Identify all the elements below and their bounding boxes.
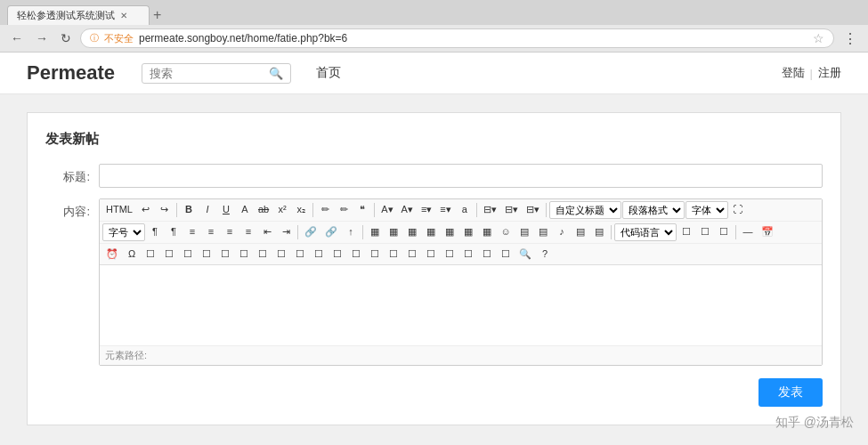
tb-list-ul[interactable]: ≡▾ xyxy=(436,201,454,218)
tb-para[interactable]: ⊟▾ xyxy=(523,201,543,218)
tb-html[interactable]: HTML xyxy=(102,201,136,218)
tb-align-justify[interactable]: ≡ xyxy=(239,223,257,240)
tb-sep-9 xyxy=(735,225,736,239)
tb-table6[interactable]: ▦ xyxy=(459,223,477,240)
tb-outdent[interactable]: ⇤ xyxy=(258,223,276,240)
forward-btn[interactable]: → xyxy=(32,29,52,47)
tb-img3[interactable]: ☐ xyxy=(179,246,197,263)
search-input[interactable] xyxy=(150,67,265,80)
tb-media4[interactable]: ▤ xyxy=(572,223,589,240)
site-logo[interactable]: Permeate xyxy=(27,61,115,85)
tb-blockquote[interactable]: ❝ xyxy=(353,201,371,218)
tb-subscript[interactable]: x₂ xyxy=(292,201,310,218)
tb-underline[interactable]: U xyxy=(217,201,235,218)
tb-code3[interactable]: ☐ xyxy=(715,223,733,240)
tb-fontsize-select[interactable]: 字号 xyxy=(102,223,145,241)
tb-img14[interactable]: ☐ xyxy=(385,246,402,263)
tb-link[interactable]: 🔗 xyxy=(301,223,320,240)
tb-para2[interactable]: ¶ xyxy=(146,223,164,240)
tb-align-right[interactable]: ≡ xyxy=(221,223,239,240)
title-input[interactable] xyxy=(99,164,823,188)
tb-img19[interactable]: ☐ xyxy=(478,246,496,263)
tb-table3[interactable]: ▦ xyxy=(403,223,421,240)
tb-fullscreen[interactable]: ⛶ xyxy=(729,201,747,218)
tb-color[interactable]: A xyxy=(236,201,254,218)
register-link[interactable]: 注册 xyxy=(818,65,841,81)
tb-date[interactable]: 📅 xyxy=(758,223,777,240)
tb-brush[interactable]: ✏ xyxy=(316,201,334,218)
tb-img8[interactable]: ☐ xyxy=(272,246,290,263)
tb-unlink[interactable]: 🔗 xyxy=(321,223,341,240)
tb-code-select[interactable]: 代码语言 xyxy=(614,223,677,241)
tb-code1[interactable]: ☐ xyxy=(677,223,695,240)
tb-table5[interactable]: ▦ xyxy=(441,223,458,240)
browser-tab[interactable]: 轻松参透测试系统测试 ✕ xyxy=(7,5,150,25)
reload-btn[interactable]: ↻ xyxy=(57,29,75,47)
tb-search[interactable]: 🔍 xyxy=(515,246,535,263)
tb-media5[interactable]: ▤ xyxy=(590,223,608,240)
back-btn[interactable]: ← xyxy=(7,29,27,47)
tb-table[interactable]: ▦ xyxy=(366,223,384,240)
tb-img13[interactable]: ☐ xyxy=(366,246,384,263)
tb-img20[interactable]: ☐ xyxy=(497,246,515,263)
tab-close-btn[interactable]: ✕ xyxy=(120,11,127,20)
tb-undo[interactable]: ↩ xyxy=(137,201,155,218)
tb-img1[interactable]: ☐ xyxy=(142,246,159,263)
tb-table2[interactable]: ▦ xyxy=(385,223,402,240)
url-input[interactable] xyxy=(139,32,807,44)
tb-table7[interactable]: ▦ xyxy=(478,223,496,240)
tb-media1[interactable]: ▤ xyxy=(515,223,533,240)
tb-align[interactable]: ⊟▾ xyxy=(480,201,500,218)
tb-img12[interactable]: ☐ xyxy=(347,246,365,263)
tb-line[interactable]: ⊟▾ xyxy=(501,201,522,218)
tb-table4[interactable]: ▦ xyxy=(422,223,440,240)
tb-emoji[interactable]: ☺ xyxy=(497,223,515,240)
search-button[interactable]: 🔍 xyxy=(269,67,283,80)
tb-redo[interactable]: ↪ xyxy=(156,201,174,218)
nav-home[interactable]: 首页 xyxy=(309,65,348,81)
tb-media2[interactable]: ▤ xyxy=(534,223,552,240)
tb-img2[interactable]: ☐ xyxy=(160,246,178,263)
submit-button[interactable]: 发表 xyxy=(758,378,823,407)
tb-eraser[interactable]: ✏ xyxy=(335,201,353,218)
tb-superscript[interactable]: x² xyxy=(273,201,291,218)
tb-align-left[interactable]: ≡ xyxy=(183,223,201,240)
tb-clock[interactable]: ⏰ xyxy=(102,246,122,263)
tb-anchor[interactable]: ↑ xyxy=(342,223,360,240)
tb-sep-8 xyxy=(611,225,612,239)
tb-font-select[interactable]: 字体 xyxy=(685,201,728,219)
tb-img5[interactable]: ☐ xyxy=(216,246,234,263)
tb-hr[interactable]: — xyxy=(739,223,757,240)
tb-indent[interactable]: a xyxy=(456,201,474,218)
tb-heading-select[interactable]: 自定义标题 xyxy=(549,201,621,219)
tb-list-ol[interactable]: ≡▾ xyxy=(418,201,435,218)
tb-omega[interactable]: Ω xyxy=(123,246,141,263)
tb-img15[interactable]: ☐ xyxy=(403,246,421,263)
browser-menu-btn[interactable]: ⋮ xyxy=(840,30,861,47)
tb-img10[interactable]: ☐ xyxy=(310,246,328,263)
tb-strikethrough[interactable]: ab xyxy=(255,201,272,218)
tb-bold[interactable]: B xyxy=(180,201,198,218)
tb-font-color[interactable]: A▾ xyxy=(377,201,396,218)
tb-img4[interactable]: ☐ xyxy=(198,246,215,263)
tb-align-center[interactable]: ≡ xyxy=(202,223,220,240)
tb-italic[interactable]: I xyxy=(199,201,216,218)
tb-indent2[interactable]: ⇥ xyxy=(277,223,295,240)
tb-paragraph-select[interactable]: 段落格式 xyxy=(622,201,685,219)
login-link[interactable]: 登陆 xyxy=(782,65,805,81)
tb-img17[interactable]: ☐ xyxy=(441,246,458,263)
tb-bg-color[interactable]: A▾ xyxy=(398,201,417,218)
tb-para3[interactable]: ¶ xyxy=(165,223,183,240)
new-tab-btn[interactable]: + xyxy=(153,8,161,22)
tb-img11[interactable]: ☐ xyxy=(329,246,346,263)
tb-img7[interactable]: ☐ xyxy=(254,246,272,263)
editor-content-area[interactable] xyxy=(100,265,822,345)
tb-img18[interactable]: ☐ xyxy=(459,246,477,263)
tb-help[interactable]: ? xyxy=(536,246,554,263)
tb-code2[interactable]: ☐ xyxy=(696,223,714,240)
tb-img16[interactable]: ☐ xyxy=(422,246,440,263)
tb-img6[interactable]: ☐ xyxy=(235,246,253,263)
tb-img9[interactable]: ☐ xyxy=(291,246,309,263)
tb-media3[interactable]: ♪ xyxy=(553,223,571,240)
bookmark-btn[interactable]: ☆ xyxy=(813,31,824,45)
